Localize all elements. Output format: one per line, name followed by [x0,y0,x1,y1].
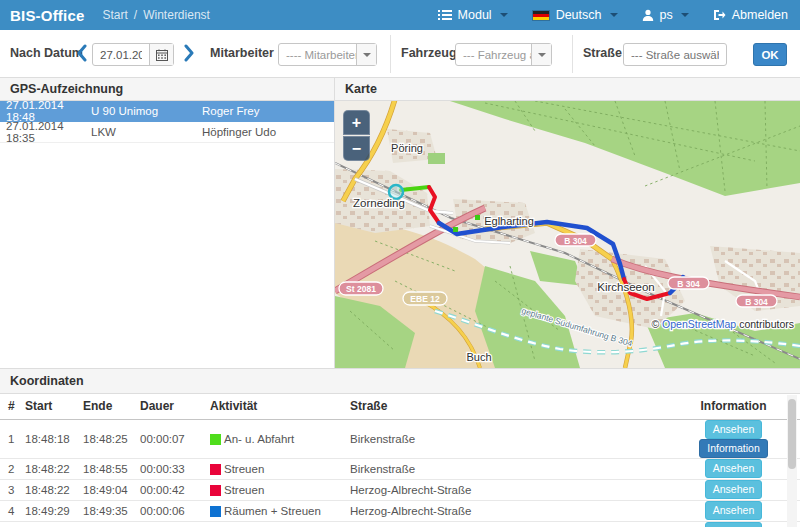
calendar-button[interactable] [149,44,173,65]
app-brand[interactable]: BIS-Office [10,7,85,24]
cell-num: 5 [0,521,25,527]
cell-num: 3 [0,479,25,500]
vehicle-select[interactable]: --- Fahrzeug au... [455,43,552,66]
date-filter-label: Nach Datum [10,46,83,60]
cell-end: 18:49:59 [83,521,140,527]
cell-duration: 00:00:33 [140,458,210,479]
view-button[interactable]: Ansehen [705,459,762,478]
user-menu[interactable]: ps [642,8,689,22]
route-waypoint-marker [475,215,480,220]
german-flag-icon [532,10,550,21]
cell-activity: An- u. Abfahrt [210,419,350,458]
route-waypoint-marker [453,227,458,232]
chevron-down-icon [500,13,508,17]
employee-filter-label: Mitarbeiter [210,46,274,60]
ok-button[interactable]: OK [753,43,787,66]
col-header-duration: Dauer [140,394,210,419]
zoom-in-button[interactable]: + [343,110,370,135]
col-header-num: # [0,394,25,419]
chevron-down-icon [610,13,618,17]
road-shield-label: B 304 [745,297,768,307]
employee-select-value: ---- Mitarbeiter ... [279,49,356,61]
cell-activity: Streuen [210,479,350,500]
filter-divider [390,35,391,73]
next-day-button[interactable] [183,44,195,62]
map-zoom-control: + − [343,110,370,161]
cell-street: Birkenstraße [350,419,687,458]
town-label: Buch [466,351,491,363]
date-input-group [92,43,174,66]
town-label: Pöring [391,142,423,154]
top-navbar: BIS-Office Start / Winterdienst Modul De… [0,0,800,30]
employee-select[interactable]: ---- Mitarbeiter ... [278,43,377,66]
cell-start: 18:48:22 [25,479,83,500]
col-header-start: Start [25,394,83,419]
gps-recording-row[interactable]: 27.01.2014 18:48 U 90 Unimog Roger Frey [0,101,334,122]
employee-select-caret[interactable] [356,44,376,65]
filter-bar: Nach Datum Mitarbeiter ---- Mitarbeiter … [0,30,800,78]
town-label: Kirchseeon [597,281,655,293]
list-icon [438,9,452,21]
openstreetmap-link[interactable]: OpenStreetMap [662,318,736,330]
content-row: GPS-Aufzeichnung 27.01.2014 18:48 U 90 U… [0,78,800,368]
cell-activity: Streuen [210,458,350,479]
previous-day-button[interactable] [76,44,88,62]
user-icon [642,9,654,21]
modul-menu[interactable]: Modul [438,8,508,22]
calendar-icon [156,49,168,61]
cell-information: Ansehen [687,458,800,479]
logout-label: Abmelden [732,8,788,22]
cell-duration: 00:00:42 [140,479,210,500]
cell-street: Herzog-Albrecht-Straße [350,479,687,500]
chevron-down-icon [681,13,689,17]
road-shield-label: St 2081 [346,284,376,294]
date-input[interactable] [93,49,149,61]
col-header-street: Straße [350,394,687,419]
coordinates-table: # Start Ende Dauer Aktivität Straße Info… [0,394,800,527]
cell-end: 18:48:25 [83,419,140,458]
activity-label: Räumen + Streuen [224,505,321,517]
view-button[interactable]: Ansehen [705,501,762,520]
chevron-down-icon [538,53,546,57]
street-input[interactable] [624,49,726,61]
information-button[interactable]: Information [699,439,768,458]
scrollbar-thumb[interactable] [788,399,796,469]
navbar-menu: Modul Deutsch ps Abmelden [438,8,788,22]
modul-label: Modul [458,8,492,22]
cell-information: Ansehen Information [687,419,800,458]
chevron-down-icon [363,53,371,57]
cell-start: 18:48:18 [25,419,83,458]
view-button[interactable]: Ansehen [705,480,762,499]
table-scrollbar[interactable] [787,395,797,527]
view-button[interactable]: Ansehen [705,420,762,439]
cell-activity: Räumen + Streuen [210,500,350,521]
vehicle-select-caret[interactable] [531,44,551,65]
logout-button[interactable]: Abmelden [713,8,788,22]
gps-vehicle: U 90 Unimog [91,105,202,117]
table-row: 5 18:49:35 18:49:59 00:00:24 Räumen + St… [0,521,800,527]
map-image: Pöring Zorneding Eglharting Kirchseeon B… [335,101,800,368]
filter-divider [572,35,573,73]
map-canvas[interactable]: + − [335,101,800,368]
breadcrumb-root[interactable]: Start [103,8,128,22]
road-shield-label: B 304 [677,279,700,289]
table-row: 2 18:48:22 18:48:55 00:00:33 Streuen Bir… [0,458,800,479]
map-panel: Karte + − [334,78,800,368]
breadcrumb-separator: / [134,8,137,22]
road-shield-label: EBE 12 [410,294,440,304]
cell-duration: 00:00:06 [140,500,210,521]
view-button[interactable]: Ansehen [705,522,762,527]
language-menu[interactable]: Deutsch [532,8,618,22]
gps-recording-row[interactable]: 27.01.2014 18:35 LKW Höpfinger Udo [0,122,334,143]
cell-street: Herzog-Albrecht-Straße [350,500,687,521]
activity-color-swatch [210,506,221,517]
zoom-out-button[interactable]: − [343,136,370,161]
cell-start: 18:49:29 [25,500,83,521]
table-header-row: # Start Ende Dauer Aktivität Straße Info… [0,394,800,419]
cell-duration: 00:00:07 [140,419,210,458]
cell-duration: 00:00:24 [140,521,210,527]
activity-color-swatch [210,485,221,496]
breadcrumb-current: Winterdienst [143,8,210,22]
username-label: ps [660,8,673,22]
cell-start: 18:49:35 [25,521,83,527]
